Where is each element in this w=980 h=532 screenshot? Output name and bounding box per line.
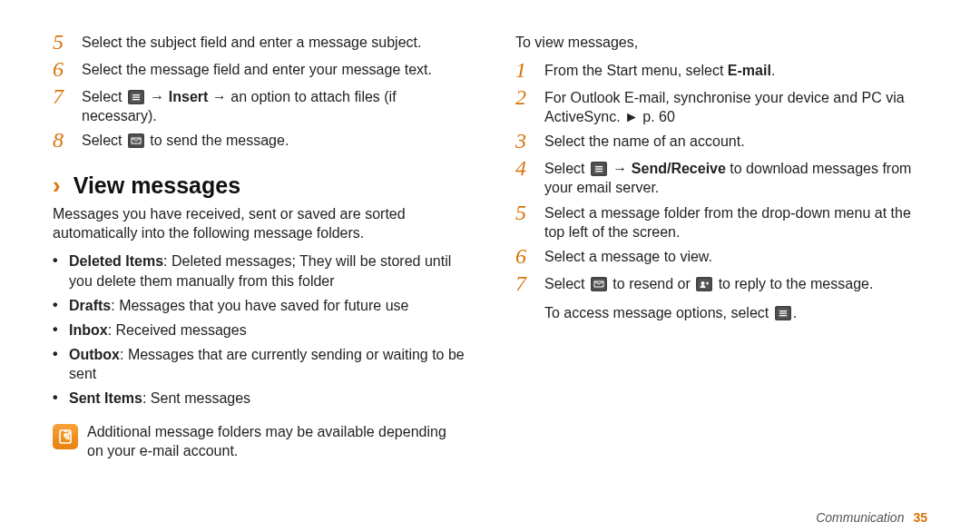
step-body: Select to send the message.	[82, 131, 465, 150]
svg-rect-3	[132, 99, 140, 100]
note-icon: ✎	[53, 424, 78, 449]
step-body: Select to resend or to reply to the mess…	[544, 274, 927, 293]
note-row: ✎ Additional message folders may be avai…	[53, 422, 465, 460]
step-item: 8Select to send the message.	[53, 131, 465, 153]
step-number: 6	[53, 58, 73, 80]
svg-rect-8	[595, 166, 603, 167]
step-body: Select a message to view.	[544, 247, 927, 266]
section-title: View messages	[74, 171, 240, 201]
bullet-item: Inbox: Received messages	[53, 320, 465, 340]
svg-point-13	[701, 281, 705, 285]
step-body: Select the subject field and enter a mes…	[82, 33, 465, 52]
svg-rect-16	[779, 312, 787, 313]
right-tail: To access message options, select .	[544, 303, 927, 322]
step-item: 5Select the subject field and enter a me…	[53, 33, 465, 54]
chevron-icon: ›	[53, 173, 61, 197]
note-text: Additional message folders may be availa…	[87, 422, 465, 460]
step-number: 6	[515, 245, 535, 267]
steps-list-a: 5Select the subject field and enter a me…	[53, 33, 465, 158]
svg-rect-1	[132, 94, 140, 95]
right-column: To view messages, 1From the Start menu, …	[515, 33, 927, 532]
svg-rect-2	[132, 96, 140, 97]
steps-list-b: 1From the Start menu, select E-mail.2For…	[515, 61, 927, 301]
svg-rect-17	[779, 315, 787, 316]
svg-rect-10	[595, 171, 603, 172]
step-body: Select → Insert → an option to attach fi…	[82, 87, 465, 125]
svg-rect-15	[779, 310, 787, 311]
step-item: 6Select a message to view.	[515, 247, 927, 269]
step-body: Select a message folder from the drop-do…	[544, 203, 927, 241]
bullet-item: Drafts: Messages that you have saved for…	[53, 296, 465, 315]
footer-section: Communication	[816, 510, 904, 525]
menu-icon	[775, 306, 791, 320]
page-footer: Communication 35	[816, 510, 927, 525]
step-item: 2For Outlook E-mail, synchronise your de…	[515, 88, 927, 126]
bullet-item: Deleted Items: Deleted messages; They wi…	[53, 251, 465, 290]
section-intro: Messages you have received, sent or save…	[53, 204, 465, 242]
step-body: From the Start menu, select E-mail.	[544, 61, 927, 80]
svg-rect-9	[595, 169, 603, 170]
menu-icon	[128, 90, 144, 104]
right-lead: To view messages,	[515, 33, 927, 52]
step-item: 7Select → Insert → an option to attach f…	[53, 87, 465, 125]
step-number: 7	[53, 85, 73, 107]
bullet-item: Outbox: Messages that are currently send…	[53, 345, 465, 383]
step-number: 5	[515, 202, 535, 223]
step-item: 4Select → Send/Receive to download messa…	[515, 159, 927, 197]
step-item: 7Select to resend or to reply to the mes…	[515, 274, 927, 296]
step-number: 4	[515, 157, 535, 179]
step-item: 3Select the name of an account.	[515, 132, 927, 153]
step-number: 7	[515, 272, 535, 294]
step-body: Select → Send/Receive to download messag…	[544, 159, 927, 197]
send-icon	[128, 133, 144, 148]
step-body: For Outlook E-mail, synchronise your dev…	[544, 88, 927, 126]
svg-text:✎: ✎	[62, 431, 70, 442]
bullet-item: Sent Items: Sent messages	[53, 389, 465, 408]
footer-page-number: 35	[913, 510, 927, 525]
manual-page: 5Select the subject field and enter a me…	[0, 0, 980, 532]
reply-icon	[696, 277, 712, 291]
section-heading: › View messages	[53, 171, 465, 201]
menu-icon	[591, 162, 607, 176]
step-number: 5	[53, 31, 73, 53]
step-number: 8	[53, 129, 73, 151]
step-number: 3	[515, 130, 535, 152]
step-item: 1From the Start menu, select E-mail.	[515, 61, 927, 83]
step-number: 2	[515, 86, 535, 108]
folder-bullets: Deleted Items: Deleted messages; They wi…	[53, 251, 465, 413]
step-body: Select the name of an account.	[544, 132, 927, 151]
left-column: 5Select the subject field and enter a me…	[53, 33, 465, 532]
step-number: 1	[515, 59, 535, 81]
step-item: 5Select a message folder from the drop-d…	[515, 203, 927, 241]
send-icon	[591, 277, 607, 291]
step-body: Select the message field and enter your …	[82, 60, 465, 79]
step-item: 6Select the message field and enter your…	[53, 60, 465, 82]
